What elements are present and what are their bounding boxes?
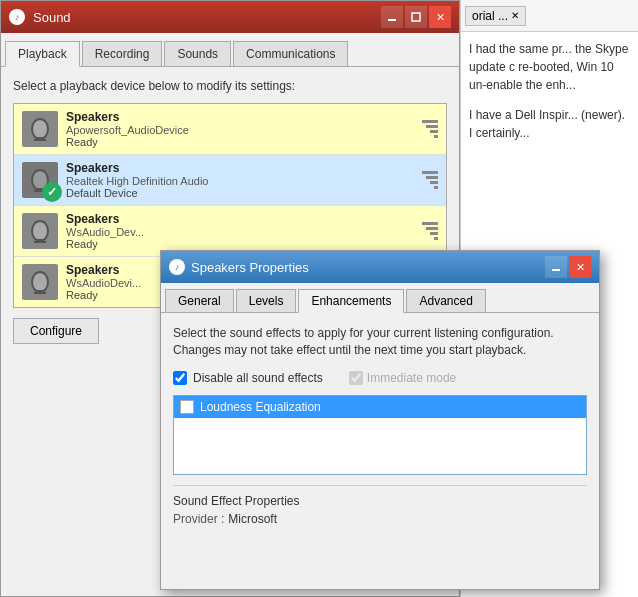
immediate-mode-checkbox[interactable]	[349, 371, 363, 385]
svg-point-11	[32, 272, 48, 292]
web-content: I had the same pr... the Skype update c …	[461, 32, 638, 162]
close-button[interactable]: ✕	[429, 6, 451, 28]
minimize-button[interactable]	[381, 6, 403, 28]
tab-bar: Playback Recording Sounds Communications	[1, 33, 459, 67]
tab-recording[interactable]: Recording	[82, 41, 163, 66]
provider-value: Microsoft	[228, 512, 277, 526]
device-info-1: Speakers Apowersoft_AudioDevice Ready	[66, 110, 414, 148]
device-item-1[interactable]: Speakers Apowersoft_AudioDevice Ready	[14, 104, 446, 155]
sound-effect-props-title: Sound Effect Properties	[173, 494, 587, 508]
svg-rect-4	[34, 139, 46, 141]
sound-app-icon: ♪	[9, 9, 25, 25]
provider-row: Provider : Microsoft	[173, 512, 587, 526]
svg-rect-9	[36, 239, 44, 241]
props-tab-bar: General Levels Enhancements Advanced	[161, 283, 599, 313]
props-titlebar: ♪ Speakers Properties ✕	[161, 251, 599, 283]
svg-rect-1	[412, 13, 420, 21]
device-info-3: Speakers WsAudio_Dev... Ready	[66, 212, 414, 250]
device-icon-4	[22, 264, 58, 300]
tab-communications[interactable]: Communications	[233, 41, 348, 66]
tab-playback[interactable]: Playback	[5, 41, 80, 67]
svg-rect-12	[36, 290, 44, 292]
enhancements-description: Select the sound effects to apply for yo…	[173, 325, 587, 359]
volume-indicator-3	[422, 222, 438, 240]
effect-item-loudness[interactable]: Loudness Equalization	[174, 396, 586, 418]
svg-rect-14	[552, 269, 560, 271]
device-icon-3	[22, 213, 58, 249]
sound-window-title: Sound	[33, 10, 373, 25]
sound-titlebar: ♪ Sound ✕	[1, 1, 459, 33]
svg-rect-3	[36, 137, 44, 139]
web-text-1: I had the same pr... the Skype update c …	[469, 40, 630, 94]
svg-point-2	[32, 119, 48, 139]
effect-name-loudness: Loudness Equalization	[200, 400, 321, 414]
speakers-properties-dialog: ♪ Speakers Properties ✕ General Levels E…	[160, 250, 600, 590]
configure-button[interactable]: Configure	[13, 318, 99, 344]
effect-checkbox-loudness[interactable]	[180, 400, 194, 414]
volume-indicator-1	[422, 120, 438, 138]
web-toolbar: orial ... ✕	[461, 0, 638, 32]
svg-rect-0	[388, 19, 396, 21]
device-icon-1	[22, 111, 58, 147]
sound-effect-properties: Sound Effect Properties Provider : Micro…	[173, 485, 587, 526]
props-minimize-button[interactable]	[545, 256, 567, 278]
props-tab-advanced[interactable]: Advanced	[406, 289, 485, 312]
effects-list: Loudness Equalization	[173, 395, 587, 475]
tab-close-icon[interactable]: ✕	[511, 10, 519, 21]
props-dialog-title: Speakers Properties	[191, 260, 539, 275]
props-close-button[interactable]: ✕	[569, 256, 591, 278]
restore-button[interactable]	[405, 6, 427, 28]
volume-indicator-2	[422, 171, 438, 189]
props-app-icon: ♪	[169, 259, 185, 275]
disable-effects-row: Disable all sound effects Immediate mode	[173, 371, 587, 385]
props-content: Select the sound effects to apply for yo…	[161, 313, 599, 538]
immediate-mode-label: Immediate mode	[367, 371, 456, 385]
web-text-2: I have a Dell Inspir... (newer). I certa…	[469, 106, 630, 142]
device-icon-2: ✓	[22, 162, 58, 198]
props-tab-general[interactable]: General	[165, 289, 234, 312]
tab-sounds[interactable]: Sounds	[164, 41, 231, 66]
svg-rect-10	[34, 241, 46, 243]
props-tab-enhancements[interactable]: Enhancements	[298, 289, 404, 313]
default-device-badge: ✓	[42, 182, 62, 202]
svg-point-8	[32, 221, 48, 241]
device-item-2[interactable]: ✓ Speakers Realtek High Definition Audio…	[14, 155, 446, 206]
web-tab-1[interactable]: orial ... ✕	[465, 6, 526, 26]
window-controls: ✕	[381, 6, 451, 28]
provider-label: Provider :	[173, 512, 224, 526]
disable-effects-label[interactable]: Disable all sound effects	[193, 371, 323, 385]
device-info-2: Speakers Realtek High Definition Audio D…	[66, 161, 414, 199]
playback-description: Select a playback device below to modify…	[13, 79, 447, 93]
props-tab-levels[interactable]: Levels	[236, 289, 297, 312]
disable-effects-checkbox[interactable]	[173, 371, 187, 385]
svg-rect-13	[34, 292, 46, 294]
